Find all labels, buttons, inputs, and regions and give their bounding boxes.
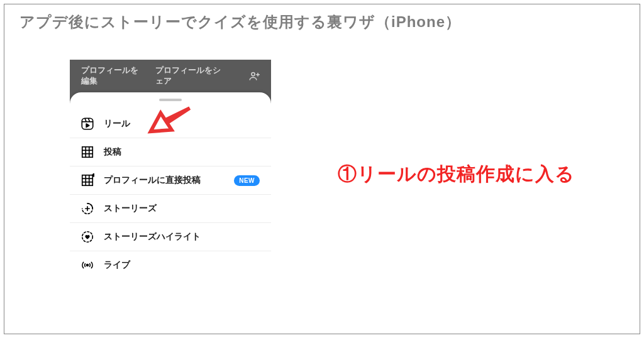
phone-screenshot: プロフィールを編集 プロフィールをシェア	[70, 60, 271, 308]
svg-point-19	[87, 264, 89, 266]
sheet-grabber[interactable]	[159, 99, 182, 101]
grid-plus-icon	[80, 173, 95, 188]
grid-icon	[80, 144, 95, 160]
menu-item-label: 投稿	[104, 146, 260, 158]
live-icon	[80, 258, 95, 273]
step-annotation-text: ①リールの投稿作成に入る	[338, 161, 575, 187]
profile-action-bar: プロフィールを編集 プロフィールをシェア	[70, 60, 271, 92]
menu-item-label: ライブ	[104, 259, 260, 271]
share-profile-button[interactable]: プロフィールをシェア	[155, 65, 226, 87]
svg-rect-3	[82, 118, 92, 129]
edit-profile-button[interactable]: プロフィールを編集	[81, 65, 144, 87]
new-badge: NEW	[234, 175, 260, 186]
menu-item-label: リール	[104, 118, 260, 129]
reel-icon	[80, 116, 95, 131]
menu-item-stories[interactable]: ストーリーズ	[70, 195, 271, 223]
menu-item-label: ストーリーズハイライト	[104, 231, 260, 243]
svg-point-0	[252, 72, 255, 75]
svg-rect-4	[82, 147, 93, 158]
figure-title: アプデ後にストーリーでクイズを使用する裏ワザ（iPhone）	[19, 12, 461, 32]
highlight-heart-icon	[80, 229, 95, 244]
create-bottom-sheet: リール 投稿	[70, 92, 271, 308]
menu-item-highlights[interactable]: ストーリーズハイライト	[70, 223, 271, 251]
menu-item-direct-post[interactable]: プロフィールに直接投稿 NEW	[70, 166, 271, 195]
menu-item-post[interactable]: 投稿	[70, 138, 271, 166]
menu-item-live[interactable]: ライブ	[70, 251, 271, 279]
svg-rect-9	[82, 175, 93, 186]
stories-add-icon	[80, 201, 95, 216]
figure-frame: アプデ後にストーリーでクイズを使用する裏ワザ（iPhone） プロフィールを編集…	[4, 4, 640, 334]
menu-item-label: ストーリーズ	[104, 203, 260, 214]
add-friend-icon[interactable]	[248, 70, 260, 82]
menu-item-reel[interactable]: リール	[70, 110, 271, 138]
menu-item-label: プロフィールに直接投稿	[104, 175, 225, 186]
